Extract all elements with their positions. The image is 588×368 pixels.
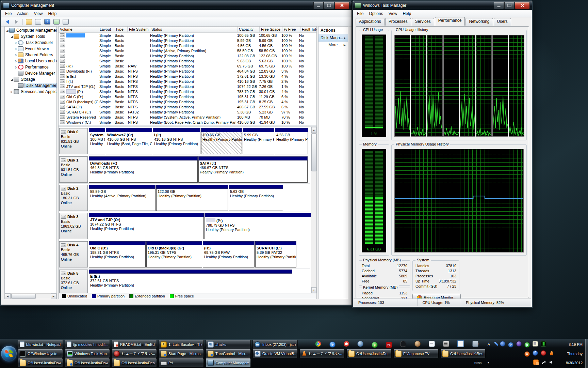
table-row[interactable]: Windows7 (C:)SimpleBasicNTFSHealthy (Boo… — [59, 120, 316, 125]
table-row[interactable]: E (E:)SimpleBasicNTFSHealthy (Primary Pa… — [59, 74, 316, 79]
taskbar-button-inbox-27-203-jstre-[interactable]: Inbox (27,203) - jstre... — [252, 340, 298, 349]
tab-processes[interactable]: Processes — [385, 18, 411, 26]
taskbar-button-1-luis-bacalov-the-[interactable]: 1. Luis Bacalov - The... — [159, 340, 204, 349]
tray-question-icon[interactable]: ? — [508, 341, 513, 348]
sidebar-item-event-viewer[interactable]: ▷Event Viewer — [5, 46, 56, 52]
tray-network-icon[interactable] — [541, 360, 546, 366]
quicklaunch-chrome-icon[interactable] — [315, 341, 321, 348]
table-row[interactable]: (P:)SimpleBasicNTFSHealthy (Primary Part… — [59, 89, 316, 94]
sidebar-item-device-manager[interactable]: Device Manager — [5, 70, 56, 76]
cm-menu-action[interactable]: Action — [14, 11, 31, 17]
taskbar-button-readme-txt-emedi-[interactable]: README.txt - EmEdi... — [112, 340, 157, 349]
disk-label[interactable]: Disk 1Basic931.51 GBOnline — [59, 156, 88, 183]
table-row[interactable]: SimpleBasicHealthy (Primary Partition)4.… — [59, 43, 316, 48]
scroll-right-arrow-icon[interactable]: ▶ — [51, 293, 56, 299]
taskbar-button-c-users-justin-dow-[interactable]: C:\Users\Justin\Dow... — [65, 358, 110, 367]
show-desktop-button[interactable] — [585, 339, 588, 368]
toolbar-show-console-tree-icon[interactable] — [52, 18, 61, 26]
tray-wrench-icon[interactable] — [495, 341, 497, 348]
partition-windows7-c-[interactable]: Windows7 (C:)410.06 GB NTFSHealthy (Boot… — [106, 128, 152, 154]
cm-titlebar[interactable]: Computer Management — [1, 1, 352, 10]
table-row[interactable]: SimpleBasicHealthy (Primary Partition)5.… — [59, 38, 316, 43]
partition-scratch-l-[interactable]: SCRATCH (L:)5.39 GB FAT32Healthy (Primar… — [255, 241, 296, 267]
partition[interactable]: 100.65 GBHealthy (Primary Partition) — [201, 128, 242, 154]
quicklaunch-filezilla-icon[interactable]: Fz — [386, 341, 392, 348]
column-header--free[interactable]: % Free — [282, 27, 300, 32]
clock-date[interactable]: 8/30/2012 — [559, 361, 583, 365]
quicklaunch-utorrent-icon[interactable]: µ — [372, 341, 378, 348]
tree-expanded-arrow-icon[interactable]: ◢ — [5, 29, 9, 32]
table-row[interactable]: SATA (J:)SimpleBasicNTFSHealthy (Primary… — [59, 104, 316, 109]
taskbar-button-computer-managem-[interactable]: Computer Managem... — [206, 358, 251, 367]
taskbar-button-bfs-win-txt-notepad[interactable]: bfs-win.txt - Notepad — [18, 340, 63, 349]
toolbar-forward-icon[interactable] — [12, 18, 20, 26]
cm-menu-view[interactable]: View — [31, 11, 46, 17]
table-row[interactable]: Old D (backups) (G:)SimpleBasicNTFSHealt… — [59, 99, 316, 104]
taskbar-button-start-page-micros-[interactable]: Start Page - Micros... — [159, 349, 204, 358]
tm-menu-help[interactable]: Help — [400, 11, 414, 17]
column-header-free-space[interactable]: Free Space — [260, 27, 282, 32]
sidebar-item-performance[interactable]: ▷Performance — [5, 64, 56, 70]
column-header-type[interactable]: Type — [114, 27, 128, 32]
table-row[interactable]: System ReservedSimpleBasicNTFSHealthy (S… — [59, 114, 316, 120]
tree-collapsed-arrow-icon[interactable]: ▷ — [10, 90, 14, 93]
cm-tree-hscrollbar[interactable]: ◀ ▶ — [5, 293, 56, 299]
table-row[interactable]: SimpleBasicHealthy (Primary Partition)5.… — [59, 58, 316, 63]
quicklaunch-gimp-icon[interactable] — [414, 341, 421, 348]
cm-close-button[interactable] — [334, 2, 349, 9]
tm-minimize-button[interactable] — [494, 2, 504, 9]
scroll-left-arrow-icon[interactable]: ◀ — [5, 293, 11, 299]
disk-view-vscroll-thumb[interactable] — [311, 133, 316, 171]
disk-view-vscrollbar[interactable]: ▲ ▼ — [311, 127, 316, 293]
taskbar-button-treecontrol-micr-[interactable]: TreeControl - Micr... — [206, 349, 251, 358]
language-bar-caps[interactable]: CAPS — [474, 352, 485, 355]
partition-sata-j-[interactable]: SATA (J:)466.67 GB NTFSHealthy (Primary … — [198, 156, 308, 183]
quicklaunch-window-icon[interactable] — [457, 340, 464, 349]
tab-performance[interactable]: Performance — [435, 17, 465, 26]
column-header-layout[interactable]: Layout — [98, 27, 114, 32]
taskbar-button--[interactable]: ビューティフルレ... — [299, 349, 345, 358]
tray-utorrent-tray-icon[interactable]: µ — [524, 341, 530, 348]
tab-users[interactable]: Users — [494, 18, 511, 26]
cm-minimize-button[interactable] — [313, 2, 324, 9]
sidebar-item-services-and-applications[interactable]: ▷Services and Applications — [5, 89, 56, 95]
tray-orange-a-icon[interactable]: a — [524, 350, 530, 357]
cm-tree-hscroll-thumb[interactable] — [11, 294, 36, 299]
quicklaunch-building-icon[interactable] — [443, 341, 449, 348]
language-bar-input-mode[interactable]: A — [488, 342, 492, 347]
clock-day[interactable]: Thursday — [559, 352, 583, 356]
partition--h-[interactable]: (H:)69.75 GB RAWHealthy (Primary Partiti… — [203, 241, 255, 267]
scroll-up-arrow-icon[interactable]: ▲ — [311, 127, 316, 133]
partition-system[interactable]: System100 MB NTFSHealthy — [89, 128, 105, 154]
tray-vlc-tray-icon[interactable] — [549, 351, 554, 357]
tree-collapsed-arrow-icon[interactable]: ▷ — [14, 53, 18, 57]
sidebar-item-local-users-and-groups[interactable]: ▷Local Users and Groups — [5, 58, 56, 64]
partition-i-i-[interactable]: I (I:)410.16 GB NTFSHealthy (Primary Par… — [153, 128, 200, 154]
taskbar-button-tjp-modules-i-modifi-[interactable]: tjp modules I modifi... — [65, 340, 110, 349]
table-row[interactable]: I (I:)SimpleBasicNTFSHealthy (Primary Pa… — [59, 79, 316, 84]
tm-titlebar[interactable]: Windows Task Manager — [353, 1, 532, 10]
partition-downloads-f-[interactable]: Downloads (F:)464.84 GB NTFSHealthy (Pri… — [89, 156, 198, 183]
sidebar-item-computer-management-local-[interactable]: ◢Computer Management (Local) — [5, 27, 56, 33]
start-button[interactable] — [1, 346, 17, 362]
clock-time[interactable]: 8:19 PM — [559, 342, 583, 347]
collapse-chevron-icon[interactable]: ▲ — [343, 36, 346, 40]
cm-maximize-button[interactable] — [324, 2, 334, 9]
column-header-capacity[interactable]: Capacity — [238, 27, 260, 32]
table-row[interactable]: SimpleBasicHealthy (Primary Partition)10… — [59, 33, 316, 38]
table-row[interactable]: Old C (D:)SimpleBasicNTFSHealthy (Primar… — [59, 94, 316, 99]
table-row[interactable]: JTV and TJP (O:)SimpleBasicNTFSHealthy (… — [59, 84, 316, 89]
sidebar-item-disk-management[interactable]: Disk Management — [5, 82, 56, 89]
taskbar-button-c-users-justin-desk-[interactable]: C:\Users\Justin\Desk... — [112, 358, 157, 367]
tray-blue-globe-icon[interactable] — [500, 341, 505, 348]
disk-label[interactable]: Disk 4Basic465.76 GBOnline — [59, 241, 88, 267]
tm-menu-view[interactable]: View — [386, 11, 400, 17]
language-bar-options-icon[interactable]: ▾ — [488, 361, 492, 364]
quicklaunch-opera-icon[interactable] — [344, 341, 349, 348]
table-row[interactable]: SimpleBasicHealthy (Active, Primary Part… — [59, 48, 316, 53]
taskbar-button-c-windows-syste-[interactable]: C:\Windows\syste... — [18, 349, 63, 358]
taskbar-button-c-users-justin-dow-[interactable]: C:\Users\Justin\Dow... — [18, 358, 63, 367]
taskbar-button-c-users-justin-do-[interactable]: C:\Users\Justin\Do... — [346, 349, 392, 358]
tree-expanded-arrow-icon[interactable]: ◢ — [10, 78, 14, 81]
column-header-volume[interactable]: Volume — [59, 27, 98, 32]
